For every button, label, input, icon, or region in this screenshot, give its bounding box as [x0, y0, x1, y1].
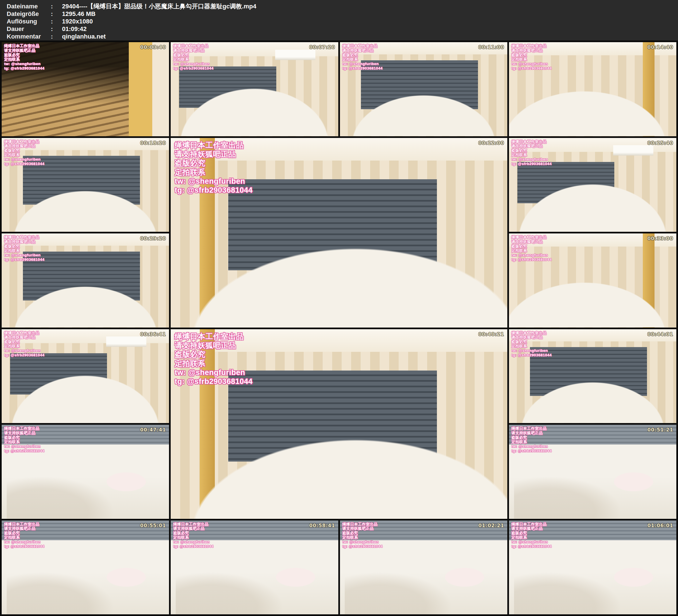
watermark-line: tw: @shengfuriben: [4, 444, 44, 449]
watermark-line: tw: @shengfuriben: [512, 348, 552, 353]
metadata-value: 1920x1080: [62, 17, 93, 25]
video-thumbnail[interactable]: 绳缚日本工作室出品请支持妖狐吧正品盗版必究定拍联系tw: @shengfurib…: [340, 42, 507, 136]
watermark-line: tw: @shengfuriben: [512, 157, 552, 162]
watermark-line: 盗版必究: [512, 148, 552, 153]
watermark-line: 定拍联系: [342, 535, 383, 540]
watermark-line: tw: @shengfuriben: [4, 157, 44, 162]
watermark-line: tg: @sfrb2903681044: [175, 377, 253, 386]
watermark-line: 请支持妖狐吧正品: [173, 48, 214, 53]
watermark-line: 盗版必究: [4, 148, 44, 153]
metadata-row: Dauer : 01:09:42: [7, 25, 678, 33]
watermark-line: 定拍联系: [342, 57, 383, 62]
metadata-row: Dateiname : 29404----【绳缚日本】甜品级！小恶魔床上鼻勾开口…: [7, 2, 678, 10]
watermark-line: tw: @shengfuriben: [173, 62, 214, 66]
video-thumbnail[interactable]: 绳缚日本工作室出品请支持妖狐吧正品盗版必究定拍联系tw: @shengfurib…: [2, 425, 169, 519]
watermark-overlay: 绳缚日本工作室出品请支持妖狐吧正品盗版必究定拍联系tw: @shengfurib…: [512, 426, 552, 453]
video-thumbnail[interactable]: 绳缚日本工作室出品请支持妖狐吧正品盗版必究定拍联系tw: @shengfurib…: [171, 42, 338, 136]
watermark-line: 盗版必究: [512, 244, 552, 248]
watermark-line: 定拍联系: [512, 440, 552, 444]
watermark-line: 定拍联系: [4, 57, 44, 62]
watermark-line: tg: @sfrb2903681044: [173, 66, 214, 71]
watermark-line: 定拍联系: [512, 57, 552, 62]
video-thumbnail[interactable]: 绳缚日本工作室出品请支持妖狐吧正品盗版必究定拍联系tw: @shengfurib…: [2, 233, 169, 328]
watermark-line: 绳缚日本工作室出品: [342, 522, 383, 527]
watermark-overlay: 绳缚日本工作室出品请支持妖狐吧正品盗版必究定拍联系tw: @shengfurib…: [342, 44, 383, 71]
watermark-overlay: 绳缚日本工作室出品请支持妖狐吧正品盗版必究定拍联系tw: @shengfurib…: [175, 141, 253, 195]
watermark-line: 请支持妖狐吧正品: [342, 48, 383, 53]
watermark-overlay: 绳缚日本工作室出品请支持妖狐吧正品盗版必究定拍联系tw: @shengfurib…: [175, 332, 253, 386]
watermark-overlay: 绳缚日本工作室出品请支持妖狐吧正品盗版必究定拍联系tw: @shengfurib…: [173, 44, 214, 71]
watermark-line: tg: @sfrb2903681044: [175, 186, 253, 195]
watermark-overlay: 绳缚日本工作室出品请支持妖狐吧正品盗版必究定拍联系tw: @shengfurib…: [512, 140, 552, 166]
watermark-line: tg: @sfrb2903681044: [4, 162, 44, 166]
watermark-line: tw: @shengfuriben: [512, 540, 552, 544]
video-thumbnail[interactable]: 绳缚日本工作室出品请支持妖狐吧正品盗版必究定拍联系tw: @shengfurib…: [171, 329, 507, 519]
watermark-line: 绳缚日本工作室出品: [175, 141, 253, 150]
video-thumbnail[interactable]: 绳缚日本工作室出品请支持妖狐吧正品盗版必究定拍联系tw: @shengfurib…: [509, 42, 676, 136]
watermark-overlay: 绳缚日本工作室出品请支持妖狐吧正品盗版必究定拍联系tw: @shengfurib…: [512, 522, 552, 549]
watermark-line: 盗版必究: [175, 159, 253, 167]
video-thumbnail[interactable]: 绳缚日本工作室出品请支持妖狐吧正品盗版必究定拍联系tw: @shengfurib…: [509, 425, 676, 519]
watermark-overlay: 绳缚日本工作室出品请支持妖狐吧正品盗版必究定拍联系tw: @shengfurib…: [4, 522, 44, 549]
watermark-overlay: 绳缚日本工作室出品请支持妖狐吧正品盗版必究定拍联系tw: @shengfurib…: [4, 426, 44, 453]
video-thumbnail[interactable]: 绳缚日本工作室出品请支持妖狐吧正品盗版必究定拍联系tw: @shengfurib…: [2, 521, 169, 615]
metadata-row: Kommentar : qinglanhua.net: [7, 33, 678, 40]
watermark-line: tw: @shengfuriben: [175, 368, 253, 377]
watermark-line: tg: @sfrb2903681044: [512, 449, 552, 453]
watermark-line: 定拍联系: [175, 168, 253, 177]
watermark-line: tw: @shengfuriben: [512, 62, 552, 66]
timestamp-overlay: 00:29:20: [140, 236, 166, 241]
watermark-line: 绳缚日本工作室出品: [512, 44, 552, 48]
watermark-line: tg: @sfrb2903681044: [342, 544, 383, 549]
watermark-line: tw: @shengfuriben: [4, 62, 44, 66]
timestamp-overlay: 00:14:40: [647, 44, 673, 50]
watermark-overlay: 绳缚日本工作室出品请支持妖狐吧正品盗版必究定拍联系tw: @shengfurib…: [512, 331, 552, 358]
timestamp-overlay: 01:06:01: [647, 523, 673, 528]
watermark-line: 请支持妖狐吧正品: [512, 431, 552, 435]
metadata-colon: :: [51, 17, 62, 25]
watermark-line: tg: @sfrb2903681044: [173, 544, 214, 549]
watermark-line: tg: @sfrb2903681044: [512, 162, 552, 166]
video-thumbnail[interactable]: 绳缚日本工作室出品请支持妖狐吧正品盗版必究定拍联系tw: @shengfurib…: [340, 521, 507, 615]
metadata-value: 01:09:42: [62, 25, 87, 33]
timestamp-overlay: 01:02:21: [478, 523, 504, 528]
watermark-line: tg: @sfrb2903681044: [4, 449, 44, 453]
watermark-overlay: 绳缚日本工作室出品请支持妖狐吧正品盗版必究定拍联系tw: @shengfurib…: [4, 140, 44, 166]
watermark-line: 请支持妖狐吧正品: [4, 431, 44, 435]
video-thumbnail[interactable]: 绳缚日本工作室出品请支持妖狐吧正品盗版必究定拍联系tw: @shengfurib…: [509, 329, 676, 423]
watermark-overlay: 绳缚日本工作室出品请支持妖狐吧正品盗版必究定拍联系tw: @shengfurib…: [173, 522, 214, 549]
video-thumbnail[interactable]: 绳缚日本工作室出品请支持妖狐吧正品盗版必究定拍联系tw: @shengfurib…: [171, 521, 338, 615]
video-thumbnail[interactable]: 绳缚日本工作室出品请支持妖狐吧正品盗版必究定拍联系tw: @shengfurib…: [2, 42, 169, 136]
metadata-row: Auflösung : 1920x1080: [7, 17, 678, 25]
watermark-line: 绳缚日本工作室出品: [173, 44, 214, 48]
watermark-line: 盗版必究: [4, 244, 44, 248]
watermark-line: 盗版必究: [342, 53, 383, 57]
video-thumbnail[interactable]: 绳缚日本工作室出品请支持妖狐吧正品盗版必究定拍联系tw: @shengfurib…: [2, 138, 169, 232]
metadata-colon: :: [51, 33, 62, 40]
watermark-line: tw: @shengfuriben: [4, 348, 44, 353]
video-thumbnail[interactable]: 绳缚日本工作室出品请支持妖狐吧正品盗版必究定拍联系tw: @shengfurib…: [509, 233, 676, 328]
watermark-line: tw: @shengfuriben: [512, 253, 552, 258]
watermark-line: 盗版必究: [173, 531, 214, 535]
watermark-line: 绳缚日本工作室出品: [4, 522, 44, 527]
watermark-line: tg: @sfrb2903681044: [4, 66, 44, 71]
video-thumbnail[interactable]: 绳缚日本工作室出品请支持妖狐吧正品盗版必究定拍联系tw: @shengfurib…: [509, 138, 676, 232]
watermark-line: tg: @sfrb2903681044: [4, 353, 44, 357]
watermark-line: tw: @shengfuriben: [342, 62, 383, 66]
video-thumbnail[interactable]: 绳缚日本工作室出品请支持妖狐吧正品盗版必究定拍联系tw: @shengfurib…: [2, 329, 169, 423]
watermark-line: 盗版必究: [512, 340, 552, 344]
timestamp-overlay: 00:44:01: [647, 332, 673, 337]
metadata-label: Dauer: [7, 25, 51, 33]
watermark-line: tw: @shengfuriben: [342, 540, 383, 544]
watermark-line: 请支持妖狐吧正品: [4, 144, 44, 148]
watermark-line: 绳缚日本工作室出品: [173, 522, 214, 527]
video-thumbnail[interactable]: 绳缚日本工作室出品请支持妖狐吧正品盗版必究定拍联系tw: @shengfurib…: [509, 521, 676, 615]
watermark-line: 请支持妖狐吧正品: [512, 240, 552, 244]
watermark-line: 请支持妖狐吧正品: [175, 341, 253, 350]
video-thumbnail[interactable]: 绳缚日本工作室出品请支持妖狐吧正品盗版必究定拍联系tw: @shengfurib…: [171, 138, 507, 328]
watermark-line: 请支持妖狐吧正品: [4, 240, 44, 244]
metadata-colon: :: [51, 2, 62, 10]
timestamp-overlay: 00:07:20: [309, 44, 335, 50]
watermark-overlay: 绳缚日本工作室出品请支持妖狐吧正品盗版必究定拍联系tw: @shengfurib…: [342, 522, 383, 549]
watermark-line: 请支持妖狐吧正品: [342, 526, 383, 531]
